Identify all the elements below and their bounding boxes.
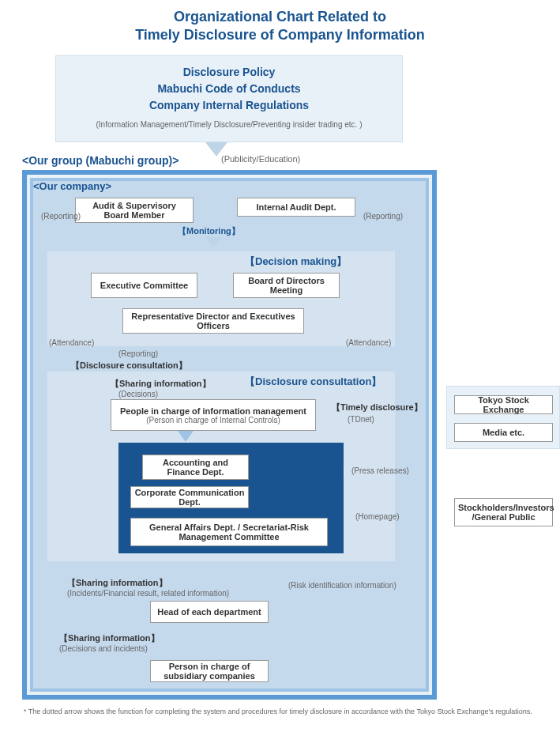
policy-box: Disclosure Policy Mabuchi Code of Conduc… (55, 55, 403, 142)
group-label: <Our group (Mabuchi group)> (22, 154, 179, 167)
press-releases-label: (Press releases) (351, 466, 409, 475)
tse-box: Tokyo Stock Exchange (454, 395, 553, 414)
org-chart-diagram: Organizational Chart Related to Timely D… (0, 0, 560, 732)
attendance-label: (Attendance) (49, 338, 94, 347)
rep-director-box: Representative Director and Executives O… (122, 308, 304, 334)
head-dept-box: Head of each department (150, 601, 269, 623)
arrow-down-icon (178, 431, 194, 442)
tdnet-label: (TDnet) (348, 415, 374, 424)
subsidiary-box: Person in charge of subsidiary companies (150, 660, 269, 682)
title-line-1: Organizational Chart Related to (174, 9, 386, 25)
risk-label: (Risk identification information) (288, 581, 397, 590)
disclosure-consultation-label: 【Disclosure consultation】 (245, 375, 381, 389)
internal-audit-box: Internal Audit Dept. (237, 198, 355, 217)
decision-making-label: 【Decision making】 (245, 255, 347, 269)
policy-sub: (Information Management/Timely Disclosur… (56, 120, 402, 129)
arrow-down-icon (205, 237, 221, 248)
footnote: * The dotted arrow shows the function fo… (24, 707, 532, 715)
decisions-label: (Decisions) (118, 390, 158, 398)
arrow-down-icon (205, 142, 227, 157)
accounting-dept-box: Accounting and Finance Dept. (142, 455, 249, 480)
board-directors-box: Board of Directors Meeting (233, 273, 340, 298)
policy-line-1: Disclosure Policy (56, 64, 402, 81)
policy-line-2: Mabuchi Code of Conducts (56, 81, 402, 97)
sharing-info-label: 【Sharing information】 (111, 378, 211, 390)
corp-comm-dept-box: Corporate Communication Dept. (130, 486, 249, 508)
monitoring-label: 【Monitoring】 (178, 225, 240, 237)
sharing-info-label: 【Sharing information】 (67, 577, 167, 589)
attendance-label: (Attendance) (346, 338, 391, 347)
general-affairs-box: General Affairs Dept. / Secretariat-Risk… (130, 518, 328, 546)
policy-line-3: Company Internal Regulations (56, 97, 402, 114)
timely-disclosure-label: 【Timely disclosure】 (332, 402, 423, 413)
reporting-label: (Reporting) (363, 212, 403, 221)
chart-title: Organizational Chart Related to Timely D… (0, 0, 560, 51)
exec-committee-box: Executive Committee (91, 273, 197, 298)
title-line-2: Timely Disclosure of Company Information (135, 27, 425, 43)
publicity-education-label: (Publicity/Education) (221, 154, 300, 164)
company-label: <Our company> (33, 180, 111, 192)
reporting-label: (Reporting) (118, 349, 158, 358)
disclosure-cons-label: 【Disclosure consultation】 (71, 360, 187, 372)
audit-box: Audit & Supervisory Board Member (75, 198, 194, 223)
sharing-info-label: 【Sharing information】 (59, 632, 160, 644)
incidents-label: (Incidents/Financial result, related inf… (67, 589, 229, 598)
decisions-incidents-label: (Decisions and incidents) (59, 644, 148, 653)
homepage-label: (Homepage) (355, 512, 400, 521)
reporting-label: (Reporting) (41, 212, 81, 221)
media-box: Media etc. (454, 423, 553, 442)
people-info-mgmt-box: People in charge of information manageme… (111, 399, 316, 431)
stockholders-box: Stockholders/Investors /General Public (454, 498, 553, 526)
